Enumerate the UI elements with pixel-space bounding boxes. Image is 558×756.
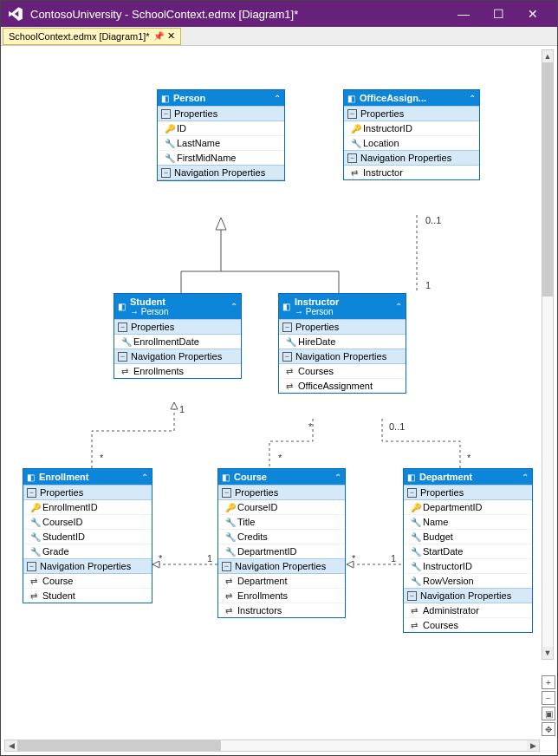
list-item[interactable]: 🔧LastName [158, 135, 284, 150]
vertical-scrollbar[interactable]: ▲ ▼ [542, 49, 554, 660]
close-button[interactable]: ✕ [516, 1, 550, 27]
collapse-box-icon[interactable]: − [347, 153, 357, 163]
properties-section-header[interactable]: −Properties [114, 319, 241, 335]
chevron-up-icon[interactable]: ⌃ [274, 94, 281, 103]
scroll-down-icon[interactable]: ▼ [542, 647, 553, 659]
zoom-out-button[interactable]: − [542, 691, 555, 705]
entity-header[interactable]: ◧ Person ⌃ [158, 90, 284, 106]
entity-department[interactable]: ◧ Department ⌃ −Properties 🔑DepartmentID… [403, 468, 533, 633]
list-item[interactable]: ⇄Enrollments [218, 588, 345, 603]
scroll-up-icon[interactable]: ▲ [542, 50, 553, 62]
chevron-up-icon[interactable]: ⌃ [522, 472, 529, 482]
list-item[interactable]: 🔑ID [158, 121, 284, 135]
collapse-box-icon[interactable]: − [347, 109, 357, 119]
document-tab[interactable]: SchoolContext.edmx [Diagram1]* 📌 ✕ [3, 28, 181, 45]
navigation-section-header[interactable]: −Navigation Properties [279, 349, 406, 364]
list-item[interactable]: 🔑InstructorID [344, 121, 479, 135]
collapse-box-icon[interactable]: − [222, 488, 231, 498]
collapse-box-icon[interactable]: − [222, 562, 231, 571]
list-item[interactable]: 🔧InstructorID [404, 558, 532, 573]
chevron-up-icon[interactable]: ⌃ [334, 472, 341, 482]
tab-close-icon[interactable]: ✕ [167, 30, 175, 42]
list-item[interactable]: ⇄Department [218, 574, 345, 588]
list-item[interactable]: 🔧Title [218, 514, 345, 529]
list-item[interactable]: 🔧Credits [218, 529, 345, 544]
list-item[interactable]: ⇄Student [23, 588, 152, 603]
minimize-button[interactable]: — [446, 1, 481, 27]
maximize-button[interactable]: ☐ [481, 1, 516, 27]
list-item[interactable]: ⇄Instructor [344, 166, 479, 179]
list-item[interactable]: 🔧Budget [404, 529, 532, 544]
chevron-up-icon[interactable]: ⌃ [395, 302, 402, 311]
chevron-up-icon[interactable]: ⌃ [141, 472, 148, 482]
collapse-box-icon[interactable]: − [407, 591, 417, 601]
properties-section-header[interactable]: −Properties [23, 485, 152, 500]
list-item[interactable]: 🔧Grade [23, 544, 152, 558]
navigation-section-header[interactable]: −Navigation Properties [114, 349, 241, 364]
navigation-section-header[interactable]: −Navigation Properties [23, 558, 152, 574]
entity-header[interactable]: ◧ Instructor→ Person ⌃ [279, 294, 406, 319]
list-item[interactable]: 🔧CourseID [23, 514, 152, 529]
entity-header[interactable]: ◧ Department ⌃ [404, 469, 532, 485]
properties-section-header[interactable]: −Properties [218, 485, 345, 500]
entity-student[interactable]: ◧ Student→ Person ⌃ −Properties 🔧Enrollm… [114, 293, 242, 379]
list-item[interactable]: 🔧StudentID [23, 529, 152, 544]
list-item[interactable]: ⇄Courses [404, 617, 532, 632]
properties-section-header[interactable]: −Properties [404, 485, 532, 500]
list-item[interactable]: 🔧HireDate [279, 335, 406, 349]
chevron-up-icon[interactable]: ⌃ [469, 94, 476, 103]
collapse-box-icon[interactable]: − [407, 488, 417, 498]
list-item[interactable]: 🔧EnrollmentDate [114, 335, 241, 349]
entity-header[interactable]: ◧ Course ⌃ [218, 469, 345, 485]
collapse-box-icon[interactable]: − [161, 168, 171, 178]
hscroll-track[interactable] [17, 740, 527, 751]
pin-icon[interactable]: 📌 [153, 31, 164, 41]
horizontal-scrollbar[interactable]: ◀ ▶ [4, 740, 540, 752]
navigation-section-header[interactable]: − Navigation Properties [158, 165, 284, 180]
list-item[interactable]: 🔧Name [404, 514, 532, 529]
zoom-fit-button[interactable]: ▣ [542, 707, 555, 720]
entity-instructor[interactable]: ◧ Instructor→ Person ⌃ −Properties 🔧Hire… [278, 293, 406, 394]
entity-course[interactable]: ◧ Course ⌃ −Properties 🔑CourseID 🔧Title … [217, 468, 346, 618]
zoom-in-button[interactable]: + [542, 675, 555, 689]
collapse-box-icon[interactable]: − [282, 323, 292, 332]
entity-person[interactable]: ◧ Person ⌃ − Properties 🔑ID 🔧LastName 🔧F… [157, 89, 285, 181]
properties-section-header[interactable]: −Properties [279, 319, 406, 335]
properties-section-header[interactable]: − Properties [158, 106, 284, 121]
collapse-box-icon[interactable]: − [282, 352, 292, 362]
list-item[interactable]: ⇄Courses [279, 364, 406, 378]
navigation-section-header[interactable]: −Navigation Properties [218, 558, 345, 574]
vscroll-thumb[interactable] [542, 62, 553, 297]
list-item[interactable]: ⇄Course [23, 574, 152, 588]
collapse-box-icon[interactable]: − [118, 323, 127, 332]
vscroll-track[interactable] [542, 62, 553, 647]
entity-office-assignment[interactable]: ◧ OfficeAssign... ⌃ −Properties 🔑Instruc… [343, 89, 480, 180]
navigation-section-header[interactable]: −Navigation Properties [404, 588, 532, 603]
navigation-section-header[interactable]: −Navigation Properties [344, 150, 479, 166]
entity-header[interactable]: ◧ Student→ Person ⌃ [114, 294, 241, 319]
chevron-up-icon[interactable]: ⌃ [230, 302, 237, 311]
list-item[interactable]: 🔑EnrollmentID [23, 500, 152, 514]
scroll-right-icon[interactable]: ▶ [527, 741, 539, 750]
list-item[interactable]: ⇄Enrollments [114, 364, 241, 378]
collapse-box-icon[interactable]: − [118, 352, 127, 362]
list-item[interactable]: ⇄OfficeAssignment [279, 378, 406, 393]
list-item[interactable]: 🔧StartDate [404, 544, 532, 558]
list-item[interactable]: 🔧FirstMidName [158, 150, 284, 165]
list-item[interactable]: 🔧RowVersion [404, 573, 532, 588]
properties-section-header[interactable]: −Properties [344, 106, 479, 121]
list-item[interactable]: ⇄Instructors [218, 603, 345, 617]
list-item[interactable]: ⇄Administrator [404, 603, 532, 617]
entity-header[interactable]: ◧ Enrollment ⌃ [23, 469, 152, 485]
collapse-box-icon[interactable]: − [161, 109, 171, 119]
entity-header[interactable]: ◧ OfficeAssign... ⌃ [344, 90, 479, 106]
hscroll-thumb[interactable] [17, 740, 221, 751]
list-item[interactable]: 🔑DepartmentID [404, 500, 532, 514]
scroll-left-icon[interactable]: ◀ [5, 741, 17, 750]
diagram-canvas[interactable]: 0..1 1 1 * * * 0..1 * * 1 * 1 ◧ Person ⌃… [1, 46, 538, 740]
pan-button[interactable]: ✥ [542, 722, 555, 736]
entity-enrollment[interactable]: ◧ Enrollment ⌃ −Properties 🔑EnrollmentID… [23, 468, 152, 603]
list-item[interactable]: 🔧Location [344, 135, 479, 150]
list-item[interactable]: 🔑CourseID [218, 500, 345, 514]
collapse-box-icon[interactable]: − [27, 562, 36, 571]
